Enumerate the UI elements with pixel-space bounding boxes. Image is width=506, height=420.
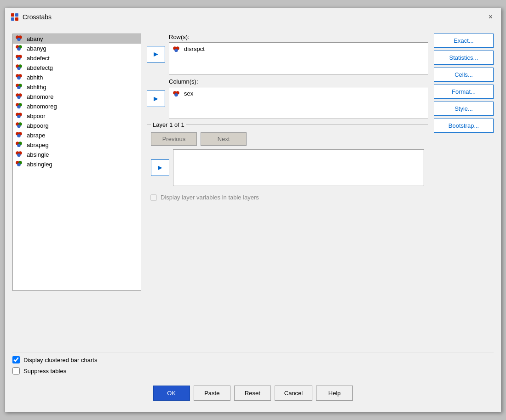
list-item[interactable]: abnomore bbox=[13, 92, 141, 102]
variable-name: absingleg bbox=[27, 161, 52, 168]
variable-icon bbox=[16, 132, 24, 139]
svg-point-42 bbox=[17, 153, 21, 157]
svg-point-21 bbox=[17, 86, 21, 89]
layer-arrow-row: ► bbox=[151, 149, 424, 186]
variable-name: absingle bbox=[27, 151, 49, 158]
list-item[interactable]: abpoor bbox=[13, 111, 141, 121]
svg-point-27 bbox=[17, 105, 21, 108]
suppress-tables-checkbox[interactable] bbox=[12, 367, 20, 375]
rows-field-area: Row(s): disrspct bbox=[169, 34, 428, 74]
layer-checkbox-label: Display layer variables in table layers bbox=[161, 194, 259, 201]
layer-field-box bbox=[173, 149, 424, 186]
clustered-bar-row: Display clustered bar charts bbox=[12, 356, 494, 363]
suppress-tables-row: Suppress tables bbox=[12, 367, 494, 375]
bottom-area: Display clustered bar charts Suppress ta… bbox=[12, 352, 494, 375]
main-area: abany abanyg abdefect abdefectg abhlth a… bbox=[12, 34, 494, 346]
list-item: disrspct bbox=[171, 45, 426, 53]
list-item: sex bbox=[171, 89, 426, 98]
list-item[interactable]: abany bbox=[13, 34, 141, 44]
layer-buttons-row: Previous Next bbox=[151, 132, 424, 146]
list-item[interactable]: abpoorg bbox=[13, 121, 141, 131]
svg-point-18 bbox=[17, 76, 21, 79]
svg-point-6 bbox=[17, 38, 21, 41]
previous-button[interactable]: Previous bbox=[151, 132, 197, 146]
layer-section: Layer 1 of 1 Previous Next ► bbox=[147, 125, 428, 190]
rows-arrow-button[interactable]: ► bbox=[147, 46, 165, 62]
action-buttons: OK Paste Reset Cancel Help bbox=[12, 380, 494, 404]
layer-checkbox[interactable] bbox=[150, 194, 157, 201]
cells-button[interactable]: Cells... bbox=[434, 68, 494, 82]
variable-name: abdefect bbox=[27, 55, 50, 62]
list-item[interactable]: absingleg bbox=[13, 159, 141, 169]
rows-section: ► Row(s): disrspct bbox=[147, 34, 428, 74]
columns-arrow-button[interactable]: ► bbox=[147, 91, 165, 107]
bootstrap-button[interactable]: Bootstrap... bbox=[434, 119, 494, 133]
exact-button[interactable]: Exact... bbox=[434, 34, 494, 48]
next-button[interactable]: Next bbox=[201, 132, 247, 146]
statistics-button[interactable]: Statistics... bbox=[434, 51, 494, 65]
svg-point-51 bbox=[175, 93, 178, 96]
variable-name: abhlth bbox=[27, 74, 43, 81]
variable-icon bbox=[16, 151, 24, 158]
svg-point-48 bbox=[175, 49, 178, 52]
reset-button[interactable]: Reset bbox=[234, 386, 271, 401]
crosstabs-dialog: Crosstabs × abany abanyg abdefect abdefe… bbox=[5, 8, 501, 412]
svg-point-12 bbox=[17, 57, 21, 60]
dialog-body: abany abanyg abdefect abdefectg abhlth a… bbox=[5, 26, 501, 412]
list-item[interactable]: abrapeg bbox=[13, 140, 141, 150]
variable-icon bbox=[16, 113, 24, 119]
list-item[interactable]: abhlth bbox=[13, 73, 141, 82]
title-bar: Crosstabs × bbox=[5, 8, 501, 26]
style-button[interactable]: Style... bbox=[434, 102, 494, 116]
variable-icon bbox=[16, 64, 24, 71]
variable-list: abany abanyg abdefect abdefectg abhlth a… bbox=[13, 34, 141, 290]
variable-icon bbox=[16, 84, 24, 91]
columns-field-box: sex bbox=[169, 87, 428, 119]
variable-icon bbox=[16, 45, 24, 52]
variable-name: abnomoreg bbox=[27, 103, 57, 110]
rows-label: Row(s): bbox=[169, 34, 428, 40]
list-item[interactable]: abhlthg bbox=[13, 82, 141, 92]
ok-button[interactable]: OK bbox=[153, 386, 190, 401]
columns-field-area: Column(s): sex bbox=[169, 78, 428, 119]
variable-name: abanyg bbox=[27, 45, 46, 52]
dialog-icon bbox=[11, 13, 19, 21]
variable-list-container: abany abanyg abdefect abdefectg abhlth a… bbox=[12, 34, 141, 291]
paste-button[interactable]: Paste bbox=[194, 386, 230, 401]
variable-name: abany bbox=[27, 35, 43, 42]
cancel-button[interactable]: Cancel bbox=[275, 386, 312, 401]
columns-section: ► Column(s): sex bbox=[147, 78, 428, 119]
list-item[interactable]: abanyg bbox=[13, 44, 141, 53]
variable-name: abdefectg bbox=[27, 64, 53, 71]
variable-icon bbox=[16, 74, 24, 81]
svg-point-36 bbox=[17, 134, 21, 137]
variable-icon bbox=[16, 161, 24, 168]
svg-point-9 bbox=[17, 47, 21, 51]
variable-icon bbox=[173, 91, 181, 96]
svg-point-45 bbox=[17, 163, 21, 166]
variable-icon bbox=[16, 142, 24, 148]
variable-icon bbox=[16, 55, 24, 62]
list-item[interactable]: abrape bbox=[13, 131, 141, 140]
variable-icon bbox=[16, 122, 24, 129]
svg-rect-0 bbox=[11, 13, 14, 17]
format-button[interactable]: Format... bbox=[434, 85, 494, 99]
list-item[interactable]: abdefect bbox=[13, 53, 141, 63]
variable-icon bbox=[173, 46, 181, 52]
list-item[interactable]: abnomoreg bbox=[13, 102, 141, 111]
clustered-bar-checkbox[interactable] bbox=[12, 356, 20, 363]
list-item[interactable]: abdefectg bbox=[13, 63, 141, 73]
layer-checkbox-row: Display layer variables in table layers bbox=[150, 194, 428, 201]
rows-field-box: disrspct bbox=[169, 42, 428, 74]
close-button[interactable]: × bbox=[486, 12, 495, 22]
center-area: ► Row(s): disrspct ► Column(s): bbox=[147, 34, 428, 346]
svg-point-24 bbox=[17, 96, 21, 99]
variable-icon bbox=[16, 103, 24, 110]
layer-arrow-button[interactable]: ► bbox=[151, 159, 169, 176]
help-button[interactable]: Help bbox=[316, 386, 353, 401]
variable-name: abhlthg bbox=[27, 84, 46, 91]
variable-name: abrapeg bbox=[27, 142, 49, 148]
variable-name: abpoor bbox=[27, 113, 45, 119]
svg-point-39 bbox=[17, 144, 21, 147]
list-item[interactable]: absingle bbox=[13, 150, 141, 159]
